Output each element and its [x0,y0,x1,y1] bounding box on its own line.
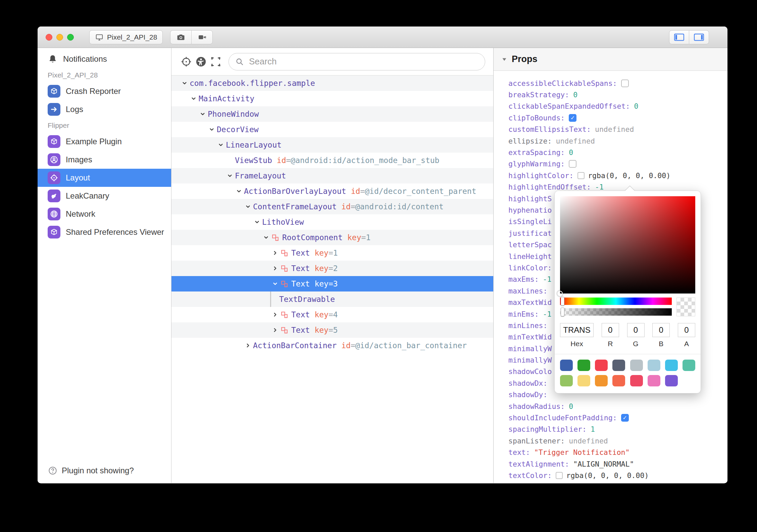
sidebar-section-label: Pixel_2_API_28 [38,68,171,82]
tree-row[interactable]: LinearLayout [171,137,493,153]
chevron-down-icon[interactable] [180,79,190,87]
tree-row[interactable]: Textkey=4 [171,307,493,322]
screen-record-button[interactable] [191,31,212,44]
color-swatch[interactable] [665,360,678,371]
prop-row: shadowRadius:0 [508,401,722,412]
accessibility-mode-button[interactable] [194,54,208,69]
color-swatch[interactable] [612,375,625,386]
color-swatch[interactable] [577,375,590,386]
screenshot-button[interactable] [170,31,191,44]
tree-row[interactable]: Textkey=5 [171,322,493,338]
tree-row[interactable]: Textkey=2 [171,261,493,276]
sidebar-item-label: Shared Preferences Viewer [66,227,164,237]
chevron-down-icon[interactable] [189,95,199,102]
prop-color-swatch[interactable] [577,172,585,179]
sidebar-item-notifications[interactable]: Notifications [38,50,171,68]
tree-row[interactable]: DecorView [171,122,493,137]
tree-row[interactable]: ActionBarOverlayLayoutid=@id/decor_conte… [171,183,493,199]
tree-row[interactable]: RootComponentkey=1 [171,230,493,245]
color-swatch[interactable] [595,360,608,371]
sidebar-item-shared-preferences-viewer[interactable]: Shared Preferences Viewer [38,223,171,241]
hue-slider[interactable] [560,298,672,305]
tree-row[interactable]: LithoView [171,214,493,230]
saturation-cursor[interactable] [557,291,563,296]
hue-slider-handle[interactable] [561,297,564,306]
tree-node-name: com.facebook.flipper.sample [190,79,315,88]
litho-component-icon [280,311,289,319]
prop-name: minTextWid [508,333,552,341]
sidebar-item-images[interactable]: Images [38,151,171,169]
sidebar-item-crash-reporter[interactable]: Crash Reporter [38,82,171,100]
prop-checkbox[interactable] [621,79,629,87]
tree-row[interactable]: Textkey=3 [171,276,493,291]
toggle-right-sidebar-button[interactable] [689,31,709,44]
hex-input[interactable] [560,323,594,337]
sidebar-item-logs[interactable]: Logs [38,100,171,118]
target-mode-button[interactable] [179,54,194,69]
tree-row[interactable]: com.facebook.flipper.sample [171,75,493,91]
red-input[interactable] [602,323,619,337]
chevron-right-icon[interactable] [270,265,280,272]
chevron-down-icon[interactable] [243,203,253,210]
props-header[interactable]: Props [494,48,727,71]
prop-value: "ALIGN_NORMAL" [573,460,634,468]
saturation-area[interactable] [560,196,695,294]
alpha-slider[interactable] [560,308,672,316]
search-input[interactable] [248,56,479,67]
close-button[interactable] [46,34,52,41]
color-swatch[interactable] [630,375,643,386]
chevron-down-icon[interactable] [261,234,271,241]
prop-checkbox[interactable]: ✓ [569,114,576,122]
green-input[interactable] [627,323,645,337]
color-swatch[interactable] [665,375,678,386]
chevron-right-icon[interactable] [243,342,253,349]
tree-row[interactable]: ViewStubid=@android:id/action_mode_bar_s… [171,153,493,168]
toggle-left-sidebar-button[interactable] [669,31,689,44]
tree-row[interactable]: PhoneWindow [171,106,493,122]
color-swatch[interactable] [683,360,695,371]
chevron-down-icon[interactable] [216,141,226,149]
color-swatch[interactable] [577,360,590,371]
color-swatch[interactable] [560,375,573,386]
tree-row[interactable]: ContentFrameLayoutid=@android:id/content [171,199,493,214]
prop-checkbox[interactable]: ✓ [621,414,629,422]
sidebar-item-network[interactable]: Network [38,205,171,223]
blue-input[interactable] [652,323,670,337]
zoom-button[interactable] [67,34,74,41]
prop-name: clipToBounds: [508,114,565,122]
tree-row[interactable]: ActionBarContainerid=@id/action_bar_cont… [171,338,493,353]
color-swatch[interactable] [630,360,643,371]
color-swatch[interactable] [648,375,660,386]
tree-row[interactable]: MainActivity [171,91,493,106]
prop-color-swatch[interactable] [556,472,563,479]
sidebar-item-layout[interactable]: Layout [38,169,171,187]
chevron-right-icon[interactable] [270,249,280,257]
chevron-down-icon[interactable] [252,218,262,226]
sidebar-item-example-plugin[interactable]: Example Plugin [38,132,171,151]
chevron-down-icon[interactable] [198,110,208,118]
alpha-input[interactable] [678,323,695,337]
plugin-not-showing-link[interactable]: Plugin not showing? [48,466,134,476]
prop-checkbox[interactable] [569,160,576,168]
minimize-button[interactable] [56,34,63,41]
chevron-down-icon[interactable] [270,280,280,287]
color-swatch[interactable] [560,360,573,371]
device-selector-button[interactable]: Pixel_2_API_28 [89,30,163,44]
tree-row[interactable]: FrameLayout [171,168,493,183]
tree-row[interactable]: TextDrawable [171,291,493,307]
chevron-down-icon[interactable] [225,172,235,179]
prop-name: shadowRadius: [508,402,565,411]
select-element-button[interactable] [208,54,223,69]
prop-name: ellipsize: [508,137,552,145]
chevron-right-icon[interactable] [270,326,280,334]
color-swatch[interactable] [595,375,608,386]
chevron-down-icon[interactable] [234,188,244,195]
alpha-slider-handle[interactable] [561,308,564,316]
prop-value: 0 [569,402,573,411]
sidebar-item-leakcanary[interactable]: LeakCanary [38,187,171,205]
color-swatch[interactable] [612,360,625,371]
color-swatch[interactable] [648,360,660,371]
chevron-down-icon[interactable] [207,126,217,133]
tree-row[interactable]: Textkey=1 [171,245,493,261]
chevron-right-icon[interactable] [270,311,280,318]
